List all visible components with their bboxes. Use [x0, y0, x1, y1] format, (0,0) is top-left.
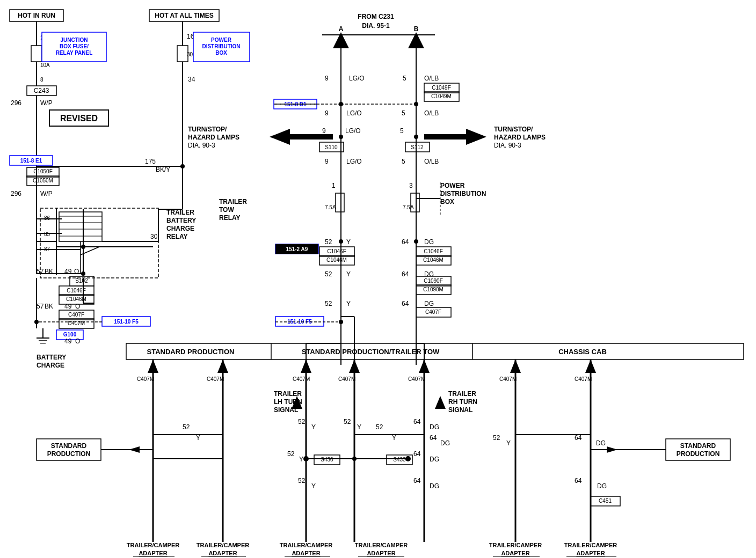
fuse-10a-label: 10A [40, 62, 50, 68]
tca-4-line1: TRAILER/CAMPER [355, 542, 408, 548]
s430-label: S430 [321, 457, 333, 462]
relay-pin-30: 30 [150, 233, 158, 240]
wire-y-lh: Y [311, 423, 316, 431]
turn-stop-left-3: DIA. 90-3 [188, 142, 215, 149]
wire-296-1: 296 [11, 99, 21, 107]
tca-5-line1: TRAILER/CAMPER [489, 542, 542, 548]
wire-52-sp1: 52 [183, 423, 190, 431]
trailer-tow-label3: RELAY [219, 214, 241, 222]
wire-y-s430: Y [299, 456, 303, 463]
hot-in-run-label: HOT IN RUN [18, 12, 55, 19]
s112-box: S112 [411, 144, 424, 150]
wire-dg-cc2: DG [596, 439, 606, 447]
c407m-b4: C407M [338, 376, 355, 382]
wire-34: 34 [188, 76, 195, 83]
tca-2-line1: TRAILER/CAMPER [197, 542, 249, 548]
s102-label: S102 [75, 278, 88, 284]
wiring-diagram: HOT IN RUN HOT AT ALL TIMES FROM C231 DI… [0, 0, 756, 558]
trailer-lh-1: TRAILER [274, 390, 302, 398]
wire-y-3: Y [346, 300, 351, 307]
wire-52-lh: 52 [298, 418, 306, 425]
relay-pin-85: 85 [44, 231, 50, 237]
junc-340-310 [180, 164, 185, 168]
wire-bk-2: BK [45, 303, 53, 310]
s433-label: S433 [393, 457, 406, 462]
wire-olb-2: O/LB [424, 109, 439, 117]
std-prod-right-1: STANDARD [680, 442, 716, 450]
wire-52-b4: 52 [344, 418, 351, 425]
c407f-l-label: C407F [68, 312, 84, 318]
wire-64-cc2: 64 [575, 434, 582, 442]
junc-450-b [414, 239, 418, 244]
151-10-f5-left: 151-10 F5 [114, 319, 139, 325]
wire-9-a2: 9 [325, 109, 329, 117]
s112-wire: 5 [400, 127, 404, 135]
turn-stop-right-3: DIA. 90-3 [494, 142, 521, 149]
g100-label: G100 [63, 332, 77, 337]
wire-64-1: 64 [402, 238, 409, 246]
wire-y-1: Y [346, 238, 351, 246]
wire-dg-rsp: DG [597, 482, 607, 490]
tca-2-adapter: ADAPTER [208, 550, 237, 556]
s110-wire: LG/O [345, 127, 361, 135]
junction-box-label3: RELAY PANEL [56, 50, 93, 56]
wire-olb-3: O/LB [424, 158, 439, 165]
wire-9-a3: 9 [325, 158, 329, 165]
wire-64-3: 64 [402, 300, 409, 307]
wire-wp-2: W/P [40, 190, 53, 197]
wire-y-sp1: Y [196, 434, 200, 442]
trailer-battery-label: TRAILER [166, 209, 194, 216]
wire-64-2: 64 [402, 270, 409, 278]
wire-175: 175 [145, 158, 156, 165]
tca-1-line1: TRAILER/CAMPER [127, 542, 179, 548]
c407m-cc2: C407M [575, 376, 592, 382]
c1046m-r-label: C1046M [423, 257, 444, 263]
std-prod-box-2: PRODUCTION [47, 450, 91, 458]
c1046f-label: C1046F [327, 248, 346, 254]
wire-64-bot2: 64 [413, 477, 421, 484]
tca-4-adapter: ADAPTER [367, 550, 395, 556]
wire-5-b3: 5 [402, 158, 405, 165]
trailer-battery-label4: RELAY [166, 233, 188, 240]
wire-dg-rh: DG [430, 423, 439, 431]
svg-rect-0 [0, 0, 756, 558]
c407m-l-label: C407M [68, 320, 85, 326]
wire-64-mid: 64 [430, 434, 437, 442]
wire-o-2: O [75, 303, 80, 310]
wire-y-bot: Y [311, 482, 316, 490]
junction-dot-1 [339, 102, 343, 106]
junc-600-l [34, 320, 39, 324]
151-2-a9-label: 151-2 A9 [286, 246, 308, 252]
c1049f-label: C1049F [432, 85, 451, 91]
wire-bky: BK/Y [156, 166, 170, 173]
wire-y-mid: Y [392, 434, 396, 442]
power-dist-label2: DISTRIBUTION [202, 43, 240, 49]
c243-label: C243 [34, 87, 49, 94]
wire-52-3: 52 [325, 300, 332, 307]
wire-64-rsp: 64 [575, 477, 582, 484]
fuse-75a-2: 7.5A [403, 204, 414, 210]
wire-5-b1: 5 [403, 75, 406, 82]
c407m-b2: C407M [207, 376, 224, 382]
battery-charge-1: BATTERY [37, 354, 66, 361]
wire-52-cc1: 52 [493, 434, 500, 442]
wire-dg-3: DG [424, 300, 434, 307]
s110-box: S110 [325, 144, 338, 150]
trailer-battery-label3: CHARGE [166, 225, 194, 232]
tca-5-adapter: ADAPTER [501, 550, 529, 556]
turn-stop-left-2: HAZARD LAMPS [188, 134, 239, 141]
s112-dot [414, 135, 418, 139]
151-10-f5-right: 151-10 F5 [287, 319, 312, 325]
battery-charge-2: CHARGE [37, 362, 64, 369]
junction-box-label2: BOX FUSE/ [60, 43, 89, 49]
c407m-cc1: C407M [499, 376, 517, 382]
junction-box-label: JUNCTION [60, 37, 88, 43]
pdb-right-1: POWER [440, 182, 465, 189]
trailer-tow-label: TRAILER [219, 198, 247, 205]
wire-52-bot: 52 [298, 477, 306, 484]
wire-64-rh: 64 [413, 418, 421, 425]
c1090m-label: C1090M [423, 287, 444, 292]
wire-lgo-3: LG/O [346, 158, 362, 165]
tca-6-adapter: ADAPTER [576, 550, 605, 556]
wire-wp-1: W/P [40, 99, 53, 107]
